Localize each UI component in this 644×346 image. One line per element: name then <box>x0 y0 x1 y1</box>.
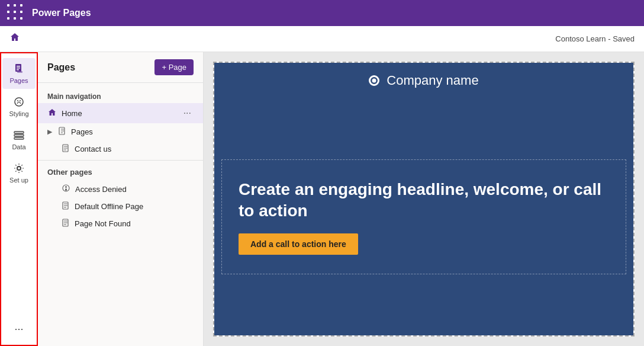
nav-item-home[interactable]: Home ··· <box>38 103 203 123</box>
svg-point-7 <box>20 100 21 101</box>
app-title: Power Pages <box>32 8 91 18</box>
svg-rect-8 <box>14 132 24 133</box>
preview-headline: Create an engaging headline, welcome, or… <box>239 179 609 222</box>
preview-hero-section: Create an engaging headline, welcome, or… <box>221 159 626 275</box>
svg-rect-4 <box>17 71 22 73</box>
nav-home-label: Home <box>62 109 176 118</box>
nav-pages-label: Pages <box>71 127 194 136</box>
sidebar-more-icon: ··· <box>14 323 23 335</box>
nav-not-found-label: Page Not Found <box>75 219 194 228</box>
nav-item-not-found[interactable]: Page Not Found <box>38 215 203 232</box>
nav-home-more[interactable]: ··· <box>181 107 194 120</box>
sidebar-item-setup[interactable]: Set up <box>2 158 36 188</box>
main-nav-header: Main navigation <box>38 88 203 103</box>
svg-rect-1 <box>17 66 20 67</box>
pages-panel-title: Pages <box>47 62 75 73</box>
nav-item-offline[interactable]: Default Offline Page <box>38 198 203 215</box>
contact-page-icon <box>62 144 70 154</box>
nav-contact-label: Contact us <box>75 145 194 153</box>
offline-page-icon <box>62 201 70 212</box>
apps-grid-icon[interactable] <box>7 4 25 22</box>
svg-rect-3 <box>17 69 19 71</box>
sidebar-more-button[interactable]: ··· <box>2 318 36 340</box>
svg-rect-9 <box>14 134 24 136</box>
nav-item-access-denied[interactable]: Access Denied <box>38 180 203 198</box>
sidebar-item-pages[interactable]: Pages <box>2 58 36 89</box>
save-status: Contoso Learn - Saved <box>555 34 635 43</box>
header-row: Contoso Learn - Saved <box>0 26 644 52</box>
home-nav-icon <box>47 108 57 119</box>
sidebar-item-data[interactable]: Data <box>2 124 36 155</box>
preview-wrapper: Company name Create an engaging headline… <box>213 62 635 337</box>
icon-sidebar: Pages Styling Data Set up <box>0 52 38 346</box>
svg-rect-10 <box>14 137 24 139</box>
svg-point-14 <box>65 186 67 188</box>
sidebar-setup-label: Set up <box>9 177 28 184</box>
sidebar-styling-label: Styling <box>9 110 28 117</box>
pages-panel-header: Pages + Page <box>38 52 203 83</box>
svg-rect-2 <box>17 68 20 69</box>
not-found-page-icon <box>62 219 70 229</box>
other-pages-header: Other pages <box>38 160 203 180</box>
sidebar-item-styling[interactable]: Styling <box>2 91 36 122</box>
sidebar-data-label: Data <box>12 143 25 150</box>
svg-rect-15 <box>65 188 67 191</box>
preview-company-name: Company name <box>387 73 478 88</box>
preview-site-header: Company name <box>214 63 633 98</box>
top-bar: Power Pages <box>0 0 644 26</box>
preview-logo-dot <box>369 75 379 86</box>
nav-item-pages[interactable]: ▶ Pages <box>38 123 203 140</box>
sidebar-pages-label: Pages <box>9 77 28 84</box>
preview-area: Company name Create an engaging headline… <box>204 52 644 346</box>
nav-offline-label: Default Offline Page <box>75 202 194 211</box>
pages-panel: Pages + Page Main navigation Home ··· ▶ <box>38 52 204 346</box>
preview-cta-button[interactable]: Add a call to action here <box>239 233 358 255</box>
pages-panel-content: Main navigation Home ··· ▶ <box>38 83 203 346</box>
add-page-button[interactable]: + Page <box>154 59 194 75</box>
main-layout: Pages Styling Data Set up <box>0 52 644 346</box>
access-denied-icon <box>62 184 70 194</box>
nav-item-contact[interactable]: Contact us <box>38 140 203 158</box>
chevron-right-icon: ▶ <box>47 128 52 136</box>
nav-access-denied-label: Access Denied <box>75 185 194 194</box>
home-button[interactable] <box>9 32 20 46</box>
page-nav-icon <box>58 127 66 137</box>
svg-point-6 <box>17 100 18 101</box>
